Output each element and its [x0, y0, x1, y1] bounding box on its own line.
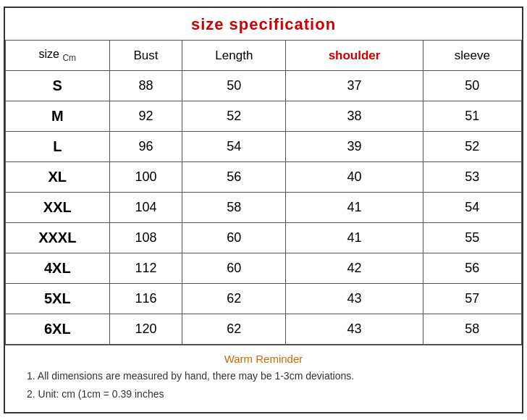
cell-shoulder: 38	[286, 101, 423, 132]
cell-length: 60	[182, 253, 286, 284]
cell-length: 54	[182, 132, 286, 162]
page-title: size specification	[5, 8, 522, 40]
cell-shoulder: 39	[286, 132, 423, 162]
warm-reminder-label: Warm Reminder	[20, 353, 507, 365]
cell-length: 50	[182, 71, 286, 101]
cell-bust: 96	[109, 132, 182, 162]
cell-sleeve: 51	[423, 101, 521, 132]
cell-size: L	[6, 132, 110, 162]
header-shoulder: shoulder	[286, 41, 423, 71]
cell-sleeve: 50	[423, 71, 521, 101]
cell-size: 6XL	[6, 314, 110, 345]
size-specification-card: size specification size Cm Bust Length s…	[4, 7, 523, 413]
cell-length: 62	[182, 314, 286, 345]
table-row: M92523851	[6, 101, 522, 132]
table-row: XXL104584154	[6, 193, 522, 223]
cell-size: XL	[6, 162, 110, 193]
cell-length: 60	[182, 223, 286, 253]
table-row: XXXL108604155	[6, 223, 522, 253]
cell-shoulder: 41	[286, 223, 423, 253]
cell-sleeve: 55	[423, 223, 521, 253]
header-sleeve: sleeve	[423, 41, 521, 71]
table-row: S88503750	[6, 71, 522, 101]
table-header-row: size Cm Bust Length shoulder sleeve	[6, 41, 522, 71]
table-row: 5XL116624357	[6, 284, 522, 314]
cell-bust: 100	[109, 162, 182, 193]
cell-bust: 108	[109, 223, 182, 253]
note-1: 1. All dimensions are measured by hand, …	[27, 368, 507, 384]
cell-length: 56	[182, 162, 286, 193]
cell-size: XXXL	[6, 223, 110, 253]
cell-size: M	[6, 101, 110, 132]
cell-shoulder: 43	[286, 314, 423, 345]
cell-sleeve: 58	[423, 314, 521, 345]
cell-shoulder: 43	[286, 284, 423, 314]
table-row: XL100564053	[6, 162, 522, 193]
cell-sleeve: 53	[423, 162, 521, 193]
cell-sleeve: 52	[423, 132, 521, 162]
header-bust: Bust	[109, 41, 182, 71]
cell-sleeve: 57	[423, 284, 521, 314]
table-row: L96543952	[6, 132, 522, 162]
cell-size: 4XL	[6, 253, 110, 284]
cell-bust: 104	[109, 193, 182, 223]
cell-bust: 112	[109, 253, 182, 284]
cell-sleeve: 54	[423, 193, 521, 223]
header-length: Length	[182, 41, 286, 71]
cell-shoulder: 41	[286, 193, 423, 223]
cell-size: XXL	[6, 193, 110, 223]
table-row: 4XL112604256	[6, 253, 522, 284]
cell-bust: 120	[109, 314, 182, 345]
footer-section: Warm Reminder 1. All dimensions are meas…	[5, 345, 522, 412]
cell-sleeve: 56	[423, 253, 521, 284]
cell-size: 5XL	[6, 284, 110, 314]
cell-size: S	[6, 71, 110, 101]
note-2: 2. Unit: cm (1cm = 0.39 inches	[27, 386, 507, 402]
footer-notes: 1. All dimensions are measured by hand, …	[27, 368, 507, 402]
table-row: 6XL120624358	[6, 314, 522, 345]
size-table: size Cm Bust Length shoulder sleeve S885…	[5, 40, 522, 345]
header-size: size Cm	[6, 41, 110, 71]
cell-bust: 116	[109, 284, 182, 314]
cell-bust: 88	[109, 71, 182, 101]
cell-length: 52	[182, 101, 286, 132]
cell-shoulder: 37	[286, 71, 423, 101]
cell-length: 58	[182, 193, 286, 223]
cell-bust: 92	[109, 101, 182, 132]
cell-shoulder: 40	[286, 162, 423, 193]
cell-shoulder: 42	[286, 253, 423, 284]
cell-length: 62	[182, 284, 286, 314]
